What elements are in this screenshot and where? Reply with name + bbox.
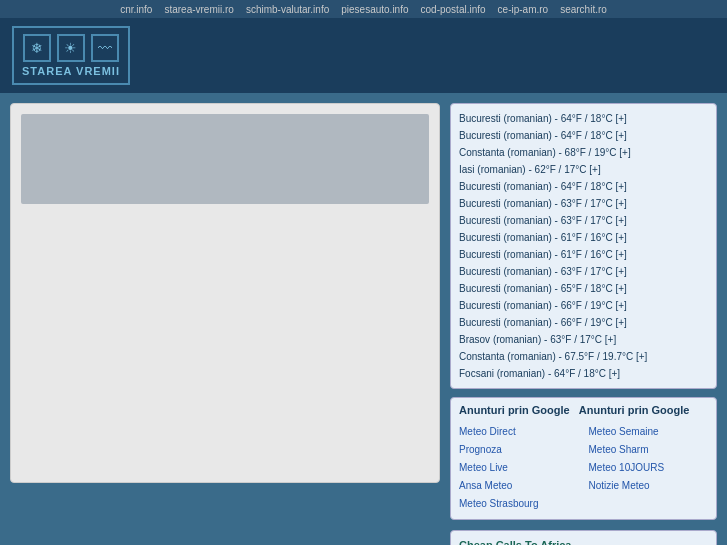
logo-icon-0: ❄: [23, 34, 51, 62]
weather-item: Iasi (romanian) - 62°F / 17°C [+]: [459, 161, 708, 178]
weather-item: Focsani (romanian) - 64°F / 18°C [+]: [459, 365, 708, 382]
left-link-4[interactable]: Meteo Strasbourg: [459, 495, 579, 513]
nav-link-2[interactable]: schimb-valutar.info: [246, 4, 329, 15]
links-heading-left: Anunturi prin Google: [459, 404, 570, 416]
weather-item: Brasov (romanian) - 63°F / 17°C [+]: [459, 331, 708, 348]
weather-item: Bucuresti (romanian) - 63°F / 17°C [+]: [459, 263, 708, 280]
logo-icon-2: 〰: [91, 34, 119, 62]
weather-item: Bucuresti (romanian) - 64°F / 18°C [+]: [459, 178, 708, 195]
nav-link-4[interactable]: cod-postal.info: [421, 4, 486, 15]
ad-block-0: Cheap Calls To AfricaUse your cell phone…: [459, 539, 708, 545]
weather-item: Bucuresti (romanian) - 66°F / 19°C [+]: [459, 297, 708, 314]
left-link-1[interactable]: Prognoza: [459, 441, 579, 459]
nav-link-5[interactable]: ce-ip-am.ro: [498, 4, 549, 15]
bottom-ads: Cheap Calls To AfricaUse your cell phone…: [450, 530, 717, 545]
right-link-2[interactable]: Meteo 10JOURS: [589, 459, 709, 477]
left-panel: [10, 103, 440, 483]
nav-link-0[interactable]: cnr.info: [120, 4, 152, 15]
logo-icons: ❄☀〰: [23, 34, 119, 62]
logo: ❄☀〰 STAREA VREMII: [12, 26, 130, 85]
left-links-col: Meteo DirectPrognozaMeteo LiveAnsa Meteo…: [459, 423, 579, 513]
weather-item: Constanta (romanian) - 67.5°F / 19.7°C […: [459, 348, 708, 365]
links-heading-right: Anunturi prin Google: [579, 404, 690, 416]
weather-item: Bucuresti (romanian) - 65°F / 18°C [+]: [459, 280, 708, 297]
weather-item: Bucuresti (romanian) - 61°F / 16°C [+]: [459, 229, 708, 246]
right-panel: Bucuresti (romanian) - 64°F / 18°C [+]Bu…: [450, 103, 717, 520]
nav-link-1[interactable]: starea-vremii.ro: [164, 4, 233, 15]
logo-icon-1: ☀: [57, 34, 85, 62]
links-grid: Meteo DirectPrognozaMeteo LiveAnsa Meteo…: [459, 423, 708, 513]
logo-text: STAREA VREMII: [22, 65, 120, 77]
ad-banner: [21, 114, 429, 204]
main-content: Bucuresti (romanian) - 64°F / 18°C [+]Bu…: [0, 93, 727, 530]
bottom-left: [10, 530, 440, 545]
bottom-section: Cheap Calls To AfricaUse your cell phone…: [0, 530, 727, 545]
weather-item: Bucuresti (romanian) - 66°F / 19°C [+]: [459, 314, 708, 331]
weather-item: Bucuresti (romanian) - 64°F / 18°C [+]: [459, 127, 708, 144]
right-links-col: Meteo SemaineMeteo SharmMeteo 10JOURSNot…: [589, 423, 709, 513]
weather-list-box: Bucuresti (romanian) - 64°F / 18°C [+]Bu…: [450, 103, 717, 389]
weather-item: Constanta (romanian) - 68°F / 19°C [+]: [459, 144, 708, 161]
weather-item: Bucuresti (romanian) - 63°F / 17°C [+]: [459, 212, 708, 229]
links-section: Anunturi prin Google Anunturi prin Googl…: [450, 397, 717, 520]
nav-link-6[interactable]: searchit.ro: [560, 4, 607, 15]
right-link-1[interactable]: Meteo Sharm: [589, 441, 709, 459]
weather-item: Bucuresti (romanian) - 64°F / 18°C [+]: [459, 110, 708, 127]
right-link-3[interactable]: Notizie Meteo: [589, 477, 709, 495]
top-navigation: cnr.infostarea-vremii.roschimb-valutar.i…: [0, 0, 727, 18]
site-header: ❄☀〰 STAREA VREMII: [0, 18, 727, 93]
nav-links: cnr.infostarea-vremii.roschimb-valutar.i…: [114, 3, 613, 15]
ads-container: Cheap Calls To AfricaUse your cell phone…: [459, 539, 708, 545]
weather-item: Bucuresti (romanian) - 63°F / 17°C [+]: [459, 195, 708, 212]
weather-list: Bucuresti (romanian) - 64°F / 18°C [+]Bu…: [459, 110, 708, 382]
left-link-0[interactable]: Meteo Direct: [459, 423, 579, 441]
left-link-2[interactable]: Meteo Live: [459, 459, 579, 477]
ad-title-0: Cheap Calls To Africa: [459, 539, 708, 545]
weather-item: Bucuresti (romanian) - 61°F / 16°C [+]: [459, 246, 708, 263]
left-link-3[interactable]: Ansa Meteo: [459, 477, 579, 495]
right-link-0[interactable]: Meteo Semaine: [589, 423, 709, 441]
nav-link-3[interactable]: piesesauto.info: [341, 4, 408, 15]
